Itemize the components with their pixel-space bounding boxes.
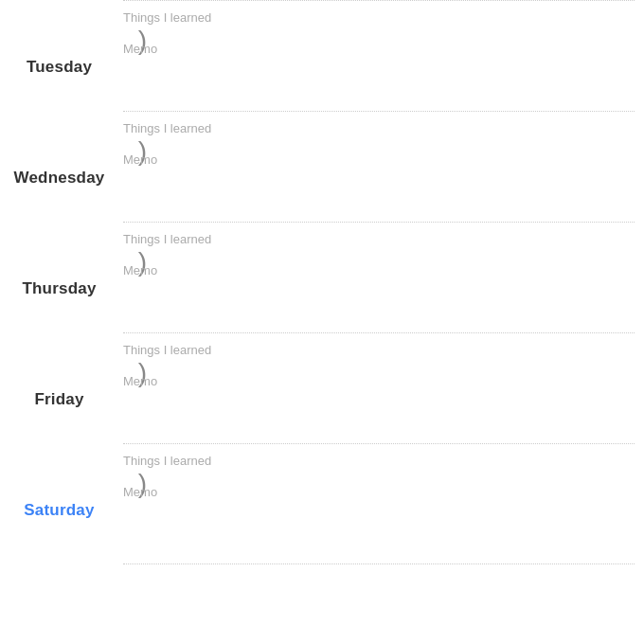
day-label-col: ( )Friday <box>0 332 118 443</box>
day-name: Wednesday <box>14 169 105 188</box>
day-label-col: ( )Wednesday <box>0 111 118 222</box>
day-content-col: Things I learnedMemo <box>118 443 644 554</box>
dotted-divider <box>123 111 635 112</box>
content-area <box>123 63 635 111</box>
final-dotted-divider <box>123 564 635 564</box>
day-label-col: ( )Saturday <box>0 443 118 554</box>
final-divider-row <box>0 554 644 572</box>
things-learned-label: Things I learned <box>123 343 635 357</box>
things-learned-label: Things I learned <box>123 454 635 468</box>
day-section-saturday: ( )SaturdayThings I learnedMemo <box>0 443 644 554</box>
day-name: Thursday <box>22 279 96 298</box>
memo-label: Memo <box>123 42 635 56</box>
day-content-col: Things I learnedMemo <box>118 111 644 222</box>
dotted-divider <box>123 332 635 333</box>
dotted-divider <box>123 0 635 1</box>
day-section-tuesday: ( )TuesdayThings I learnedMemo <box>0 0 644 111</box>
memo-label: Memo <box>123 152 635 167</box>
things-learned-label: Things I learned <box>123 121 635 135</box>
day-label-col: ( )Tuesday <box>0 0 118 111</box>
day-section-friday: ( )FridayThings I learnedMemo <box>0 332 644 443</box>
page-container: ( )TuesdayThings I learnedMemo( )Wednesd… <box>0 0 644 572</box>
content-area <box>123 396 635 443</box>
day-name: Tuesday <box>27 58 92 77</box>
day-content-col: Things I learnedMemo <box>118 332 644 443</box>
day-label-col: ( )Thursday <box>0 222 118 332</box>
things-learned-label: Things I learned <box>123 232 635 246</box>
things-learned-label: Things I learned <box>123 10 635 25</box>
content-area <box>123 507 635 554</box>
day-name: Friday <box>34 390 83 409</box>
day-content-col: Things I learnedMemo <box>118 0 644 111</box>
memo-label: Memo <box>123 374 635 388</box>
content-area <box>123 285 635 332</box>
content-area <box>123 174 635 222</box>
dotted-divider <box>123 222 635 223</box>
day-name: Saturday <box>24 501 94 520</box>
day-section-thursday: ( )ThursdayThings I learnedMemo <box>0 222 644 332</box>
day-content-col: Things I learnedMemo <box>118 222 644 332</box>
dotted-divider <box>123 443 635 444</box>
memo-label: Memo <box>123 485 635 499</box>
memo-label: Memo <box>123 263 635 277</box>
day-section-wednesday: ( )WednesdayThings I learnedMemo <box>0 111 644 222</box>
